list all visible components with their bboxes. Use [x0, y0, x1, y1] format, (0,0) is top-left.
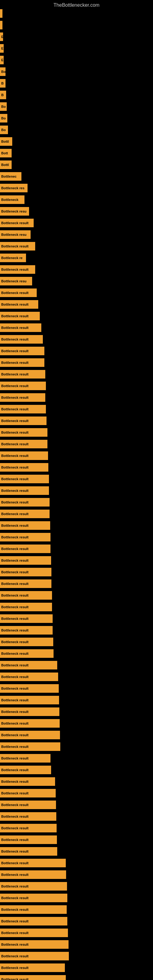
- bar-label: Bottleneck result: [1, 861, 29, 865]
- bar-label: Bottleneck result: [1, 908, 29, 912]
- bar-label: Bottleneck result: [1, 558, 29, 562]
- bar-item: Bott: [0, 149, 12, 158]
- bar-item: Bottleneck result: [0, 382, 46, 390]
- bar-label: Bottleneck result: [1, 687, 29, 690]
- bar-item: Bottleneck resu: [0, 277, 32, 285]
- bar-item: Bottleneck result: [0, 708, 59, 716]
- bar-item: Bottleneck result: [0, 649, 54, 658]
- bar-label: Bottleneck result: [1, 675, 29, 679]
- bar-label: Bottleneck result: [1, 617, 29, 620]
- bar-item: Bottleneck result: [0, 859, 66, 867]
- bar-label: Bottleneck result: [1, 954, 29, 958]
- bar-label: Bottleneck result: [1, 978, 29, 980]
- bar-label: Bottleneck result: [1, 524, 29, 527]
- bar-item: Bottleneck result: [0, 882, 67, 891]
- bar-label: Bottleneck result: [1, 384, 29, 388]
- bar-label: Bottleneck result: [1, 349, 29, 353]
- bar-item: Bottleneck result: [0, 800, 56, 809]
- bar-label: Bottleneck result: [1, 535, 29, 539]
- site-title: TheBottlenecker.com: [0, 0, 153, 9]
- bar-item: Bottleneck result: [0, 417, 46, 425]
- bar-label: Bo: [1, 70, 5, 73]
- bar-label: Bottleneck result: [1, 722, 29, 725]
- bar-label: Bottleneck result: [1, 780, 29, 783]
- bar-label: Bottleneck result: [1, 966, 29, 970]
- bar-item: [0, 9, 2, 18]
- bar-item: Bottleneck result: [0, 358, 45, 367]
- bar-item: B: [0, 91, 6, 99]
- bar-label: Bottleneck result: [1, 663, 29, 667]
- bar-label: Bottleneck result: [1, 361, 29, 364]
- bar-item: Bottleneck result: [0, 428, 48, 437]
- bar-label: Bottleneck result: [1, 815, 29, 818]
- bar-label: E: [1, 46, 3, 50]
- bar-item: Bottleneck result: [0, 777, 55, 786]
- bar-label: Bottleneck result: [1, 628, 29, 632]
- bar-item: Bottleneck resu: [0, 207, 29, 216]
- bar-item: Bottleneck result: [0, 242, 35, 250]
- bar-label: Bottleneck result: [1, 500, 29, 504]
- bar-item: Bottleneck result: [0, 288, 37, 297]
- bar-item: Bottleneck result: [0, 335, 43, 344]
- bar-item: Bottleneck result: [0, 766, 51, 774]
- bar-item: E: [0, 32, 3, 41]
- bar-label: B: [1, 93, 4, 97]
- bar-label: Bottleneck result: [1, 745, 29, 748]
- bar-label: Bottleneck result: [1, 466, 29, 469]
- bar-label: Bottleneck result: [1, 431, 29, 434]
- bar-label: Bottleneck resu: [1, 210, 27, 213]
- bar-label: Bo: [1, 105, 6, 108]
- bar-label: Bottleneck result: [1, 407, 29, 411]
- bar-item: Bottleneck result: [0, 754, 51, 762]
- bar-item: Bottleneck re: [0, 254, 26, 262]
- bar-item: Bottleneck result: [0, 300, 38, 309]
- bar-label: Bottleneck result: [1, 838, 29, 842]
- bar-label: Bottleneck result: [1, 803, 29, 807]
- bar-item: Bottleneck result: [0, 835, 57, 844]
- bar-item: Bottleneck result: [0, 544, 51, 553]
- bar-label: Bottleneck result: [1, 291, 29, 294]
- bar-label: Bottleneck result: [1, 593, 29, 597]
- bar-label: Bottleneck result: [1, 873, 29, 877]
- bar-label: B: [1, 81, 4, 85]
- bar-item: Bottleneck result: [0, 789, 56, 797]
- bar-label: Bottleneck result: [1, 640, 29, 644]
- bar-label: Bottleneck resu: [1, 279, 27, 283]
- bar-label: Bottleneck result: [1, 791, 29, 795]
- bar-label: Bottleneck result: [1, 314, 29, 318]
- bar-label: Bottleneck result: [1, 372, 29, 376]
- bar-item: B: [0, 79, 5, 88]
- bar-item: Bottleneck result: [0, 463, 48, 472]
- bar-label: Bottlenec: [1, 175, 16, 178]
- bar-label: Bottleneck result: [1, 768, 29, 772]
- bar-item: Bottleneck result: [0, 940, 69, 949]
- bar-item: Bottleneck result: [0, 870, 66, 879]
- bar-item: Bottleneck result: [0, 475, 49, 483]
- bar-item: Bottleneck result: [0, 568, 51, 576]
- bar-item: Bottleneck result: [0, 964, 65, 972]
- bar-label: Bottleneck result: [1, 698, 29, 702]
- bar-label: Bottleneck result: [1, 337, 29, 341]
- bar-item: Bottleneck result: [0, 975, 66, 980]
- bar-label: Bottleneck result: [1, 489, 29, 492]
- bar-item: Bottlenec: [0, 172, 21, 181]
- bar-label: Bottleneck result: [1, 512, 29, 516]
- bar-item: E: [0, 44, 4, 52]
- bar-item: Bottleneck result: [0, 591, 52, 600]
- bar-item: Bottleneck result: [0, 265, 35, 274]
- bar-item: Bottleneck result: [0, 521, 50, 530]
- bar-item: Bottleneck result: [0, 894, 67, 902]
- bar-item: Bottleneck result: [0, 696, 59, 705]
- bar-item: Bottleneck resu: [0, 230, 30, 239]
- bar-label: Bottleneck result: [1, 710, 29, 714]
- bar-item: Bo: [0, 102, 7, 111]
- bar-item: Bottleneck result: [0, 440, 48, 449]
- bar-label: Bottleneck result: [1, 850, 29, 853]
- bar-label: Bottleneck result: [1, 652, 29, 655]
- bar-item: Bottleneck result: [0, 719, 60, 728]
- bar-label: Bottleneck result: [1, 221, 29, 225]
- bar-label: Bottleneck result: [1, 419, 29, 423]
- bar-item: Bo: [0, 114, 7, 123]
- bar-item: Bottleneck result: [0, 219, 33, 227]
- bar-item: Bottleneck result: [0, 312, 40, 320]
